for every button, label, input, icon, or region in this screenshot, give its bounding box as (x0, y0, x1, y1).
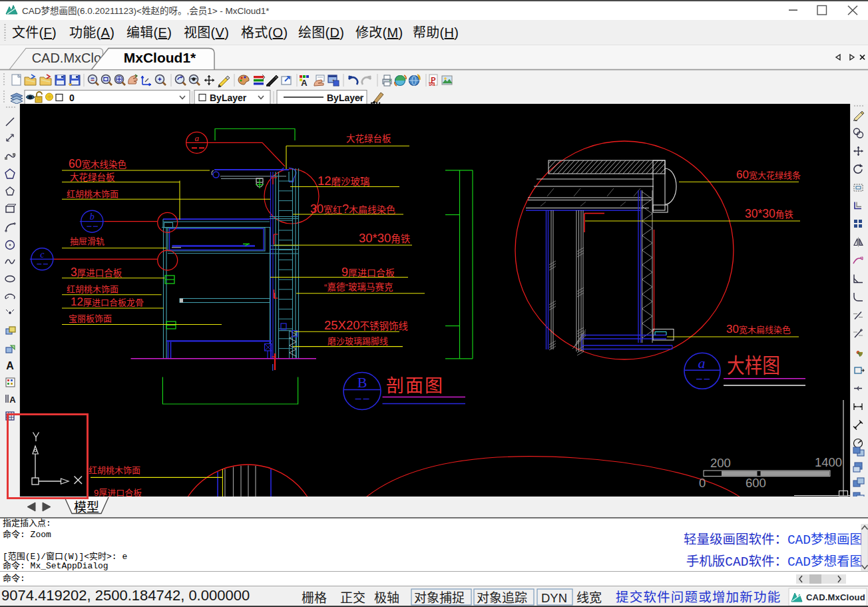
svg-text:60宽大花绿线条: 60宽大花绿线条 (736, 168, 801, 181)
svg-text:A: A (9, 395, 16, 405)
svg-text:25X20不锈钢饰线: 25X20不锈钢饰线 (324, 318, 408, 332)
svg-text:大花绿台板: 大花绿台板 (346, 134, 391, 144)
svg-text:磨沙玻璃踢脚线: 磨沙玻璃踢脚线 (327, 336, 388, 346)
svg-text:a: a (194, 133, 199, 143)
svg-text:CAD.MxCloud: CAD.MxCloud (806, 592, 865, 602)
svg-text:PDF: PDF (429, 83, 435, 87)
svg-text:12厚进口合板龙骨: 12厚进口合板龙骨 (71, 296, 144, 308)
svg-text:200: 200 (710, 456, 731, 470)
svg-text:对象追踪: 对象追踪 (477, 591, 527, 605)
svg-text:CAD梦想画图(6.0.20211123)<姓赵的呀。,会员: CAD梦想画图(6.0.20211123)<姓赵的呀。,会员1> - MxClo… (22, 6, 270, 16)
svg-text:模型: 模型 (74, 501, 99, 514)
svg-text:ByLayer: ByLayer (210, 93, 247, 103)
svg-text:a: a (698, 355, 706, 371)
svg-text:9厚进口合板: 9厚进口合板 (94, 488, 142, 497)
svg-text:30*30角铁: 30*30角铁 (359, 231, 410, 245)
svg-text:30*30角铁: 30*30角铁 (745, 207, 793, 220)
svg-text:正交: 正交 (340, 591, 365, 605)
svg-text:b: b (90, 212, 95, 222)
svg-text:1400: 1400 (815, 455, 842, 469)
svg-text:红胡桃木饰面: 红胡桃木饰面 (67, 189, 118, 199)
svg-text:30宽木扁线染色: 30宽木扁线染色 (726, 323, 791, 335)
svg-text:提交软件问题或增加新功能: 提交软件问题或增加新功能 (616, 590, 781, 604)
svg-text:MxCloud1*: MxCloud1* (124, 50, 196, 65)
svg-text:宝丽板饰面: 宝丽板饰面 (69, 313, 112, 323)
svg-text:红胡桃木饰面: 红胡桃木饰面 (67, 284, 118, 294)
svg-text:c: c (40, 250, 45, 260)
svg-text:线宽: 线宽 (576, 591, 602, 605)
svg-text:A: A (301, 78, 308, 88)
svg-text:60宽木线染色: 60宽木线染色 (69, 157, 126, 170)
svg-text:9074.419202, 2500.184742, 0.00: 9074.419202, 2500.184742, 0.000000 (1, 587, 250, 604)
svg-text:栅格: 栅格 (302, 591, 327, 605)
svg-text:B: B (357, 374, 367, 391)
svg-text:3厚进口合板: 3厚进口合板 (71, 266, 122, 279)
svg-text:对象捕捉: 对象捕捉 (414, 591, 465, 605)
svg-text:大样图: 大样图 (727, 354, 780, 377)
svg-text:剖面图: 剖面图 (386, 376, 444, 396)
svg-text:A: A (6, 360, 14, 371)
svg-text:12磨沙玻璃: 12磨沙玻璃 (318, 174, 370, 188)
svg-text:0: 0 (69, 93, 75, 103)
svg-text:红胡桃木饰面: 红胡桃木饰面 (89, 465, 140, 475)
svg-text:大花绿台板: 大花绿台板 (70, 172, 115, 182)
svg-text:DYN: DYN (541, 591, 567, 605)
svg-text:极轴: 极轴 (374, 591, 399, 605)
svg-text:30宽红?木扁线染色: 30宽红?木扁线染色 (310, 202, 395, 216)
svg-text:600: 600 (746, 476, 766, 490)
svg-text:0: 0 (699, 476, 706, 490)
svg-text:抽屉滑轨: 抽屉滑轨 (70, 236, 105, 246)
svg-text:9厚进口合板: 9厚进口合板 (341, 266, 395, 279)
svg-text:“嘉德”玻璃马赛克: “嘉德”玻璃马赛克 (324, 282, 393, 292)
